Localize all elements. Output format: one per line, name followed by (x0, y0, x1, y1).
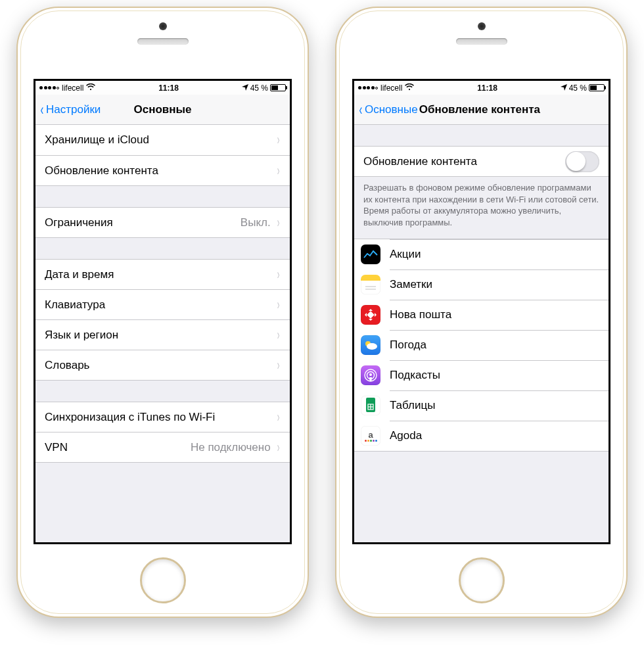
row-app-stocks[interactable]: Акции (354, 239, 609, 269)
signal-dots-icon (358, 86, 378, 89)
battery-pct: 45 % (250, 83, 268, 93)
carrier-label: lifecell (380, 83, 402, 93)
chevron-right-icon: › (277, 410, 280, 425)
home-button[interactable] (140, 557, 186, 603)
chevron-left-icon: ‹ (41, 102, 44, 118)
statusbar-time: 11:18 (95, 83, 241, 93)
row-dictionary[interactable]: Словарь › (35, 350, 290, 380)
novaposhta-app-icon (361, 305, 380, 325)
chevron-right-icon: › (277, 164, 280, 178)
row-app-podcasts[interactable]: Подкасты (354, 360, 609, 390)
row-keyboard[interactable]: Клавиатура › (35, 289, 290, 319)
carrier-label: lifecell (62, 83, 83, 93)
chevron-right-icon: › (277, 328, 280, 342)
statusbar-time: 11:18 (414, 83, 560, 93)
nav-title: Обновление контента (418, 103, 605, 116)
row-detail: Выкл. (241, 216, 271, 229)
chevron-left-icon: ‹ (359, 102, 363, 118)
location-icon (242, 83, 248, 93)
notes-app-icon (361, 275, 380, 294)
row-app-weather[interactable]: Погода (354, 330, 609, 360)
settings-list[interactable]: Хранилище и iCloud › Обновление контента… (35, 125, 290, 542)
chevron-right-icon: › (277, 133, 280, 147)
back-label: Основные (365, 103, 418, 116)
refresh-settings-list[interactable]: Обновление контента Разрешать в фоновом … (354, 125, 609, 542)
row-date-time[interactable]: Дата и время › (35, 259, 290, 289)
svg-marker-3 (369, 309, 373, 311)
screen-right: lifecell 11:18 45 % ‹ Основные Обновлени… (352, 79, 610, 544)
nav-bar: ‹ Настройки Основные (35, 95, 290, 125)
row-detail: Не подключено (191, 441, 271, 454)
row-storage-icloud[interactable]: Хранилище и iCloud › (35, 125, 290, 155)
row-vpn[interactable]: VPN Не подключено › (35, 432, 290, 462)
svg-marker-4 (369, 319, 373, 321)
iphone-frame-right: lifecell 11:18 45 % ‹ Основные Обновлени… (335, 7, 628, 618)
status-bar: lifecell 11:18 45 % (354, 81, 609, 95)
row-background-app-refresh[interactable]: Обновление контента › (35, 155, 290, 185)
svg-rect-2 (367, 312, 374, 319)
svg-marker-5 (365, 313, 367, 317)
nav-bar: ‹ Основные Обновление контента (354, 95, 609, 125)
front-camera (159, 22, 167, 30)
row-app-sheets[interactable]: Таблицы (354, 390, 609, 421)
row-language-region[interactable]: Язык и регион › (35, 319, 290, 350)
row-app-notes[interactable]: Заметки (354, 269, 609, 300)
sheets-app-icon (361, 396, 380, 415)
section-footer: Разрешать в фоновом режиме обновление пр… (354, 177, 609, 239)
earpiece-speaker (456, 38, 507, 45)
svg-marker-6 (375, 313, 377, 317)
row-restrictions[interactable]: Ограничения Выкл. › (35, 207, 290, 237)
row-master-toggle[interactable]: Обновление контента (354, 146, 609, 176)
back-label: Настройки (46, 103, 101, 116)
row-itunes-wifi-sync[interactable]: Синхронизация с iTunes по Wi-Fi › (35, 402, 290, 432)
wifi-icon (405, 83, 414, 93)
wifi-icon (86, 83, 95, 93)
svg-point-8 (367, 343, 377, 350)
signal-dots-icon (39, 86, 59, 89)
podcasts-app-icon (361, 365, 380, 385)
agoda-app-icon: a (361, 426, 380, 446)
stocks-app-icon (361, 245, 380, 264)
back-button[interactable]: ‹ Основные (358, 102, 418, 118)
chevron-right-icon: › (277, 298, 280, 312)
chevron-right-icon: › (277, 216, 280, 230)
earpiece-speaker (137, 38, 189, 45)
svg-point-11 (369, 373, 372, 376)
front-camera (478, 22, 486, 30)
weather-app-icon (361, 335, 380, 355)
status-bar: lifecell 11:18 45 % (35, 81, 290, 95)
screen-left: lifecell 11:18 45 % ‹ Настройки Основные (34, 79, 292, 544)
toggle-switch[interactable] (565, 151, 599, 172)
battery-icon (270, 84, 286, 91)
location-icon (561, 83, 567, 93)
chevron-right-icon: › (277, 440, 280, 455)
back-button[interactable]: ‹ Настройки (39, 102, 101, 118)
iphone-frame-left: lifecell 11:18 45 % ‹ Настройки Основные (16, 7, 309, 618)
home-button[interactable] (459, 557, 505, 603)
chevron-right-icon: › (277, 358, 280, 373)
row-app-novaposhta[interactable]: Нова пошта (354, 300, 609, 330)
chevron-right-icon: › (277, 268, 280, 282)
battery-pct: 45 % (569, 83, 587, 93)
battery-icon (589, 84, 605, 91)
row-app-agoda[interactable]: a Agoda (354, 421, 609, 451)
